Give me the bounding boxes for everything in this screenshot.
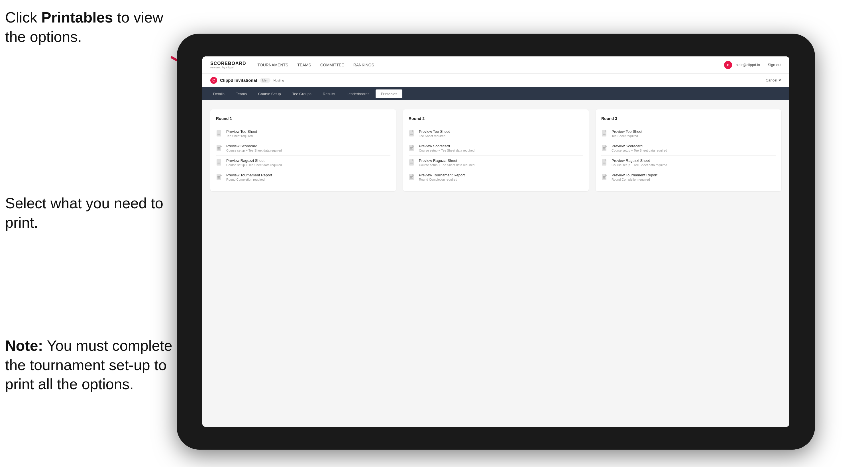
- list-item[interactable]: Preview Tournament Report Round Completi…: [601, 170, 776, 184]
- annotation-middle: Select what you need to print.: [5, 194, 170, 232]
- printable-item-text: Preview Tee Sheet Tee Sheet required: [612, 129, 642, 137]
- document-icon: [409, 145, 415, 152]
- item-title: Preview Scorecard: [419, 144, 474, 148]
- item-subtitle: Tee Sheet required: [226, 134, 257, 137]
- tab-tee-groups[interactable]: Tee Groups: [287, 90, 317, 98]
- tab-details[interactable]: Details: [208, 90, 230, 98]
- list-item[interactable]: Preview Raguzzi Sheet Course setup + Tee…: [409, 156, 583, 170]
- svg-rect-39: [603, 134, 606, 135]
- top-nav-right: B blair@clippd.io | Sign out: [724, 61, 781, 69]
- item-subtitle: Tee Sheet required: [419, 134, 450, 137]
- tablet-screen: SCOREBOARD Powered by clippd TOURNAMENTS…: [202, 56, 789, 427]
- tablet-shell: SCOREBOARD Powered by clippd TOURNAMENTS…: [177, 34, 815, 449]
- printable-item-text: Preview Tee Sheet Tee Sheet required: [419, 129, 450, 137]
- item-title: Preview Tournament Report: [419, 173, 465, 177]
- nav-committee[interactable]: COMMITTEE: [320, 62, 344, 68]
- sub-logo: C: [210, 77, 217, 84]
- round-2-title: Round 2: [409, 116, 583, 121]
- svg-rect-22: [410, 134, 412, 134]
- item-title: Preview Raguzzi Sheet: [226, 158, 282, 163]
- tab-course-setup[interactable]: Course Setup: [253, 90, 286, 98]
- tab-results[interactable]: Results: [318, 90, 340, 98]
- item-subtitle: Round Completion required: [419, 178, 465, 181]
- list-item[interactable]: Preview Tee Sheet Tee Sheet required: [409, 126, 583, 141]
- svg-rect-45: [603, 162, 606, 162]
- item-title: Preview Raguzzi Sheet: [612, 158, 667, 163]
- list-item[interactable]: Preview Tee Sheet Tee Sheet required: [601, 126, 776, 141]
- sign-out-link[interactable]: Sign out: [768, 63, 781, 67]
- document-icon: [216, 174, 223, 182]
- svg-rect-28: [409, 159, 414, 165]
- svg-rect-47: [603, 163, 606, 164]
- nav-tournaments[interactable]: TOURNAMENTS: [258, 62, 288, 68]
- item-subtitle: Course setup + Tee Sheet data required: [226, 149, 282, 152]
- printable-item-text: Preview Scorecard Course setup + Tee She…: [419, 144, 474, 152]
- svg-rect-23: [410, 134, 413, 135]
- annotation-bottom: Note: You must complete the tournament s…: [5, 336, 187, 394]
- svg-rect-50: [603, 177, 605, 178]
- svg-rect-26: [410, 148, 412, 149]
- svg-rect-21: [410, 133, 413, 133]
- svg-rect-32: [409, 174, 414, 180]
- item-subtitle: Course setup + Tee Sheet data required: [419, 163, 474, 167]
- svg-rect-10: [217, 148, 220, 149]
- list-item[interactable]: Preview Scorecard Course setup + Tee She…: [216, 141, 391, 156]
- list-item[interactable]: Preview Scorecard Course setup + Tee She…: [601, 141, 776, 156]
- item-title: Preview Tee Sheet: [419, 129, 450, 134]
- svg-rect-49: [603, 176, 606, 177]
- tournament-badge: Men: [260, 78, 271, 83]
- svg-rect-8: [217, 145, 221, 151]
- note-bold: Note:: [5, 337, 43, 354]
- cancel-button[interactable]: Cancel ✕: [766, 78, 781, 82]
- main-content: Round 1 Preview Tee Sheet: [202, 100, 789, 427]
- list-item[interactable]: Preview Raguzzi Sheet Course setup + Tee…: [601, 156, 776, 170]
- svg-rect-24: [409, 145, 414, 151]
- list-item[interactable]: Preview Tournament Report Round Completi…: [409, 170, 583, 184]
- tab-teams[interactable]: Teams: [231, 90, 252, 98]
- document-icon: [409, 159, 415, 167]
- list-item[interactable]: Preview Tournament Report Round Completi…: [216, 170, 391, 184]
- svg-rect-46: [603, 163, 605, 163]
- item-subtitle: Course setup + Tee Sheet data required: [612, 149, 667, 152]
- document-icon: [216, 159, 223, 167]
- list-item[interactable]: Preview Raguzzi Sheet Course setup + Tee…: [216, 156, 391, 170]
- svg-rect-20: [409, 130, 414, 136]
- svg-rect-5: [217, 133, 220, 133]
- printable-item-text: Preview Raguzzi Sheet Course setup + Tee…: [612, 158, 667, 167]
- round-1-section: Round 1 Preview Tee Sheet: [210, 110, 396, 191]
- top-nav-links: TOURNAMENTS TEAMS COMMITTEE RANKINGS: [258, 62, 724, 68]
- round-2-section: Round 2 Preview Tee Sheet: [403, 110, 589, 191]
- brand: SCOREBOARD Powered by clippd: [210, 61, 246, 69]
- svg-rect-48: [602, 174, 607, 180]
- svg-rect-17: [217, 176, 220, 177]
- item-subtitle: Round Completion required: [226, 178, 272, 181]
- svg-rect-18: [217, 177, 220, 178]
- tab-leaderboards[interactable]: Leaderboards: [341, 90, 374, 98]
- svg-rect-7: [217, 134, 220, 135]
- round-1-title: Round 1: [216, 116, 391, 121]
- annotation-top: Click Printables to view the options.: [5, 8, 170, 46]
- top-nav: SCOREBOARD Powered by clippd TOURNAMENTS…: [202, 56, 789, 73]
- svg-rect-38: [603, 134, 605, 134]
- round-3-title: Round 3: [601, 116, 776, 121]
- list-item[interactable]: Preview Tee Sheet Tee Sheet required: [216, 126, 391, 141]
- printables-bold: Printables: [41, 9, 113, 26]
- nav-rankings[interactable]: RANKINGS: [353, 62, 374, 68]
- item-title: Preview Tournament Report: [226, 173, 272, 177]
- printable-item-text: Preview Tournament Report Round Completi…: [419, 173, 465, 181]
- tournament-status: Hosting: [273, 79, 284, 82]
- svg-rect-19: [217, 178, 220, 179]
- document-icon: [216, 145, 223, 152]
- svg-rect-42: [603, 148, 605, 149]
- printable-item-text: Preview Tournament Report Round Completi…: [226, 173, 272, 181]
- svg-rect-36: [602, 130, 607, 136]
- svg-rect-15: [217, 163, 220, 164]
- tab-printables[interactable]: Printables: [376, 90, 402, 98]
- nav-teams[interactable]: TEAMS: [297, 62, 311, 68]
- item-subtitle: Tee Sheet required: [612, 134, 642, 137]
- printable-item-text: Preview Scorecard Course setup + Tee She…: [612, 144, 667, 152]
- svg-rect-16: [217, 174, 221, 180]
- svg-rect-4: [217, 130, 221, 136]
- list-item[interactable]: Preview Scorecard Course setup + Tee She…: [409, 141, 583, 156]
- item-title: Preview Tee Sheet: [226, 129, 257, 134]
